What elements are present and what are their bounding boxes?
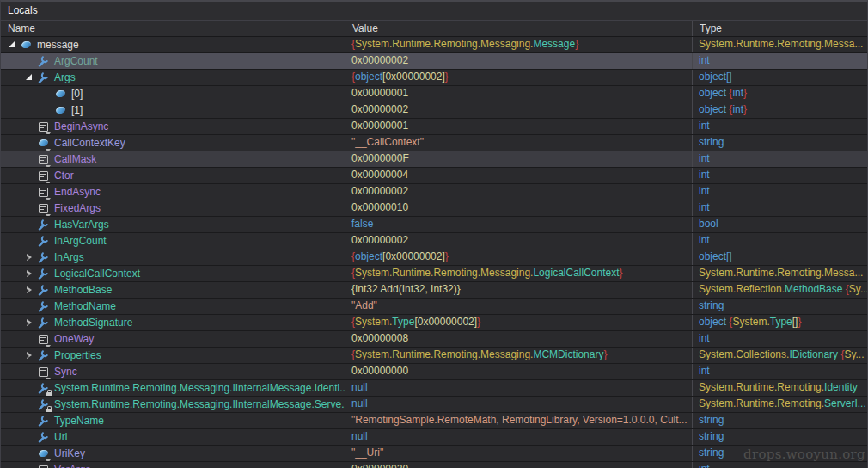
table-row[interactable]: OneWay0x00000008int: [1, 331, 867, 348]
table-row[interactable]: InArgCount0x00000002int: [1, 233, 867, 249]
row-value-cell[interactable]: {System.Runtime.Remoting.Messaging.Logic…: [345, 266, 693, 281]
expander-spacer: [23, 430, 36, 444]
value-segment: false: [351, 218, 373, 230]
type-segment: string: [699, 299, 724, 311]
type-segment: ServerI...: [824, 397, 866, 410]
column-header-type[interactable]: Type: [693, 21, 867, 36]
private-arrow-overlay-icon: [46, 459, 51, 461]
table-row[interactable]: message{System.Runtime.Remoting.Messagin…: [1, 37, 867, 53]
table-row[interactable]: ArgCount0x00000002int: [1, 53, 867, 70]
value-segment: System.Runtime.Remoting.Messaging.: [355, 38, 533, 50]
type-segment: Type: [770, 316, 792, 328]
variable-name: EndAsync: [54, 185, 101, 200]
row-value-cell[interactable]: 0x00000002: [345, 102, 693, 118]
row-value-cell[interactable]: 0x00000001: [345, 86, 693, 102]
row-value-cell[interactable]: {System.Runtime.Remoting.Messaging.MCMDi…: [345, 348, 693, 363]
panel-title-bar[interactable]: Locals: [1, 2, 867, 21]
table-row[interactable]: UriKey"__Uri"string: [1, 446, 867, 462]
expander-collapsed-icon[interactable]: [23, 250, 36, 264]
value-segment: }: [620, 267, 623, 279]
row-value-cell[interactable]: 0x00000010: [345, 200, 693, 216]
table-row[interactable]: VarArgs0x00000020int: [1, 462, 867, 468]
row-value-cell[interactable]: "__CallContext": [345, 135, 693, 151]
wrench-property-icon: [36, 414, 50, 428]
table-row[interactable]: Ctor0x00000004int: [1, 168, 867, 184]
table-row[interactable]: InArgs{object[0x00000002]}object[]: [1, 249, 867, 266]
row-value-cell[interactable]: 0x00000020: [345, 462, 693, 468]
row-value-cell[interactable]: 0x00000002: [345, 53, 693, 69]
table-row[interactable]: CallContextKey"__CallContext"string: [1, 135, 867, 151]
table-row[interactable]: System.Runtime.Remoting.Messaging.IInter…: [1, 397, 867, 413]
row-value-cell[interactable]: 0x00000002: [345, 184, 693, 200]
table-row[interactable]: [0]0x00000001object {int}: [1, 86, 867, 102]
expander-collapsed-icon[interactable]: [23, 283, 36, 297]
value-segment: 0x00000001: [351, 120, 408, 132]
table-row[interactable]: MethodBase{Int32 Add(Int32, Int32)}Syste…: [1, 282, 867, 299]
variable-name: BeginAsync: [54, 120, 108, 134]
row-value-cell[interactable]: {System.Runtime.Remoting.Messaging.Messa…: [345, 37, 693, 52]
grid-header: Name Value Type: [1, 21, 867, 37]
table-row[interactable]: Urinullstring: [1, 429, 867, 446]
row-name-cell: EndAsync: [1, 184, 345, 200]
value-segment: 0x00000001: [351, 87, 408, 99]
row-value-cell[interactable]: 0x00000001: [345, 119, 693, 134]
table-row[interactable]: Args{object[0x00000002]}object[]: [1, 70, 867, 86]
table-row[interactable]: EndAsync0x00000002int: [1, 184, 867, 200]
row-value-cell[interactable]: "Add": [345, 299, 693, 314]
expander-expanded-icon[interactable]: [6, 38, 19, 52]
table-row[interactable]: Sync0x00000000int: [1, 364, 867, 380]
type-segment: object: [699, 87, 729, 99]
type-segment: string: [699, 414, 724, 426]
row-type-cell: object {int}: [693, 102, 867, 118]
table-row[interactable]: LogicalCallContext{System.Runtime.Remoti…: [1, 266, 867, 282]
table-row[interactable]: MethodSignature{System.Type[0x00000002]}…: [1, 315, 867, 331]
row-value-cell[interactable]: 0x00000000: [345, 364, 693, 379]
type-segment: Sy...: [849, 283, 867, 295]
row-value-cell[interactable]: {object[0x00000002]}: [345, 249, 693, 265]
row-value-cell[interactable]: "RemotingSample.RemoteMath, RemotingLibr…: [345, 413, 693, 428]
row-value-cell[interactable]: null: [345, 397, 693, 412]
row-value-cell[interactable]: {Int32 Add(Int32, Int32)}: [345, 282, 693, 298]
row-name-cell: Args: [1, 70, 345, 85]
table-row[interactable]: TypeName"RemotingSample.RemoteMath, Remo…: [1, 413, 867, 429]
table-row[interactable]: FixedArgs0x00000010int: [1, 200, 867, 217]
private-arrow-overlay-icon: [46, 182, 51, 183]
row-type-cell: object[]: [693, 70, 867, 85]
expander-spacer: [23, 136, 36, 150]
type-segment: System.Runtime.Remoting.Messa...: [699, 267, 863, 279]
row-value-cell[interactable]: false: [345, 217, 693, 232]
table-row[interactable]: Properties{System.Runtime.Remoting.Messa…: [1, 348, 867, 364]
row-value-cell[interactable]: 0x0000000F: [345, 151, 693, 167]
row-value-cell[interactable]: 0x00000004: [345, 168, 693, 183]
column-header-name[interactable]: Name: [1, 21, 345, 36]
row-value-cell[interactable]: null: [345, 380, 693, 396]
expander-collapsed-icon[interactable]: [23, 267, 36, 280]
table-row[interactable]: MethodName"Add"string: [1, 299, 867, 315]
expander-collapsed-icon[interactable]: [23, 348, 36, 362]
type-segment: int: [699, 332, 710, 344]
expander-expanded-icon[interactable]: [23, 71, 36, 84]
wrench-property-icon: [36, 218, 50, 231]
row-value-cell[interactable]: "__Uri": [345, 446, 693, 461]
table-row[interactable]: BeginAsync0x00000001int: [1, 119, 867, 135]
table-row[interactable]: HasVarArgsfalsebool: [1, 217, 867, 233]
expander-spacer: [23, 152, 36, 166]
expander-spacer: [23, 446, 36, 460]
expander-collapsed-icon[interactable]: [23, 316, 36, 329]
type-segment: string: [699, 430, 724, 442]
table-row[interactable]: CallMask0x0000000Fint: [1, 151, 867, 168]
value-segment: object: [355, 250, 382, 262]
row-type-cell: int: [693, 233, 867, 249]
row-value-cell[interactable]: {object[0x00000002]}: [345, 70, 693, 85]
column-header-value[interactable]: Value: [345, 21, 693, 36]
row-value-cell[interactable]: null: [345, 429, 693, 445]
row-type-cell: object[]: [693, 249, 867, 265]
table-row[interactable]: System.Runtime.Remoting.Messaging.IInter…: [1, 380, 867, 397]
row-value-cell[interactable]: 0x00000002: [345, 233, 693, 249]
expander-spacer: [40, 87, 53, 101]
row-value-cell[interactable]: {System.Type[0x00000002]}: [345, 315, 693, 330]
row-value-cell[interactable]: 0x00000008: [345, 331, 693, 347]
wrench-property-icon: [36, 54, 50, 68]
row-name-cell: Uri: [1, 429, 345, 445]
table-row[interactable]: [1]0x00000002object {int}: [1, 102, 867, 119]
